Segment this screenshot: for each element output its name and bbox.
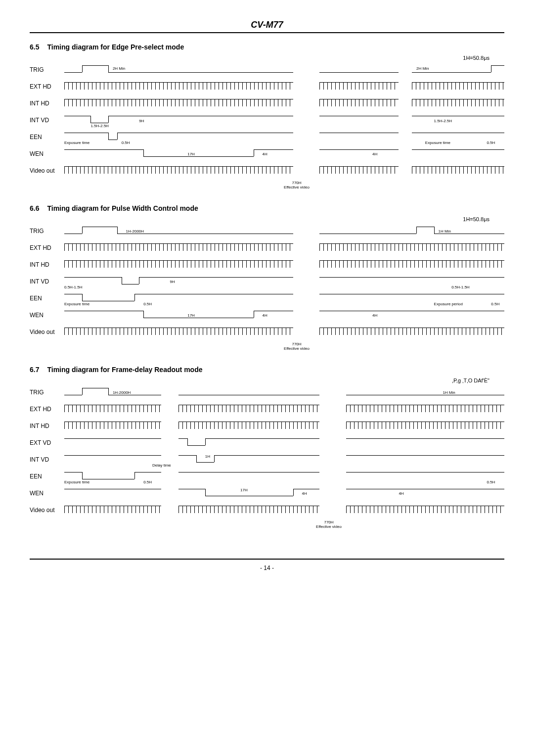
signal-row-een-66: EEN Exposure time 0.5H Exposure period 0… xyxy=(30,291,504,305)
page-number: - 14 - xyxy=(30,559,504,571)
anno-17h: 17H xyxy=(187,152,195,156)
anno-1hmin: 1H Min xyxy=(439,229,451,234)
anno-4h-r: 4H xyxy=(372,152,377,156)
signal-row-trig-66: TRIG 1H-2000H 1H Min xyxy=(30,224,504,238)
diagram-67: TRIG 1H-2000H 1H Min EXT HD xyxy=(30,385,504,529)
anno-exptime-67: Exposure time xyxy=(64,480,89,484)
signal-row-exthd: EXT HD xyxy=(30,80,504,94)
doc-title: CV-M77 xyxy=(30,20,504,33)
signal-label-extvd-67: EXT VD xyxy=(30,439,64,446)
anno-1h2000h: 1H-2000H xyxy=(126,229,144,234)
signal-row-intvd-66: INT VD 0.5H-1.5H 9H 0.5H-1.5H xyxy=(30,275,504,288)
signal-label-inthd-67: INT HD xyxy=(30,423,64,429)
signal-row-video: Video out xyxy=(30,164,504,178)
signal-label-wen-66: WEN xyxy=(30,312,64,319)
signal-row-exthd-67: EXT HD xyxy=(30,402,504,416)
signal-label-video-67: Video out xyxy=(30,507,64,514)
anno-1525h-r: 1.5H-2.5H xyxy=(434,119,452,123)
signal-row-wen-67: WEN 17H 4H 4H xyxy=(30,486,504,500)
anno-770h: 770H xyxy=(292,181,301,185)
anno-0515h-r: 0.5H-1.5H xyxy=(451,285,469,289)
signal-row-video-66: Video out xyxy=(30,325,504,339)
signal-row-inthd: INT HD xyxy=(30,96,504,110)
signal-row-extvd-67: EXT VD xyxy=(30,436,504,450)
anno-1h2000h-67: 1H-2000H xyxy=(113,390,131,395)
anno-effvideo-67: Effective video xyxy=(316,524,342,529)
anno-2hmin-r: 2H Min xyxy=(416,66,429,71)
signal-label-trig-66: TRIG xyxy=(30,228,64,235)
anno-770h-66: 770H xyxy=(292,342,301,346)
section-title-66: Timing diagram for Pulse Width Control m… xyxy=(47,204,198,212)
anno-effvideo-66: Effective video xyxy=(284,346,310,351)
anno-770h-67: 770H xyxy=(324,520,333,524)
anno-17h-66: 17H xyxy=(187,313,195,318)
anno-05h-67: 0.5H xyxy=(143,480,152,484)
signal-row-een-67: EEN Exposure time 0.5H 0.5H xyxy=(30,470,504,483)
signal-label-intvd-67: INT VD xyxy=(30,456,64,463)
signal-row-inthd-66: INT HD xyxy=(30,258,504,272)
section-6-7: 6.7 Timing diagram for Frame-delay Reado… xyxy=(30,366,504,529)
anno-expperiod: Exposure period xyxy=(434,302,463,306)
anno-effvideo: Effective video xyxy=(284,185,310,189)
anno-05h-r: 0.5H xyxy=(487,141,495,145)
signal-label-intvd: INT VD xyxy=(30,117,64,124)
anno-exptime-r: Exposure time xyxy=(425,141,450,145)
unit-label-65: 1H=50.8μs xyxy=(30,55,504,61)
anno-exptime-66: Exposure time xyxy=(64,302,89,306)
section-num-67: 6.7 xyxy=(30,366,39,374)
signal-row-video-67: Video out xyxy=(30,503,504,517)
signal-row-trig: TRIG 2H Min 2H Min xyxy=(30,63,504,77)
unit-label-67: ,P,g ‚T‚O DAf'È" xyxy=(30,378,504,383)
section-6-6: 6.6 Timing diagram for Pulse Width Contr… xyxy=(30,204,504,351)
signal-row-een: EEN Exposure time 0.5H Exposure time 0.5… xyxy=(30,130,504,144)
signal-row-inthd-67: INT HD xyxy=(30,419,504,433)
section-title-67: Timing diagram for Frame-delay Readout m… xyxy=(47,366,202,374)
anno-4h-66: 4H xyxy=(263,313,267,318)
anno-1hmin-67: 1H Min xyxy=(443,390,455,395)
signal-row-intvd: INT VD 1.5H-2.5H 9H 1.5H-2.5H xyxy=(30,113,504,127)
signal-label-wen: WEN xyxy=(30,150,64,157)
signal-label-exthd-67: EXT HD xyxy=(30,406,64,413)
anno-05h-67-r: 0.5H xyxy=(487,480,495,484)
section-num-66: 6.6 xyxy=(30,204,39,212)
anno-05h: 0.5H xyxy=(122,141,130,145)
signal-label-exthd-66: EXT HD xyxy=(30,244,64,251)
signal-label-wen-67: WEN xyxy=(30,490,64,497)
anno-05h-66-r: 0.5H xyxy=(491,302,499,306)
anno-05h-66: 0.5H xyxy=(143,302,152,306)
signal-label-inthd-66: INT HD xyxy=(30,261,64,268)
signal-label-intvd-66: INT VD xyxy=(30,278,64,285)
anno-0515h: 0.5H-1.5H xyxy=(64,285,82,289)
anno-4h-67-r: 4H xyxy=(399,491,403,496)
signal-label-exthd: EXT HD xyxy=(30,83,64,90)
signal-label-video-66: Video out xyxy=(30,329,64,335)
anno-4h: 4H xyxy=(263,152,267,156)
anno-delay: Delay time xyxy=(152,463,171,468)
anno-4h-66-r: 4H xyxy=(372,313,377,318)
section-num-65: 6.5 xyxy=(30,43,39,51)
signal-row-wen-66: WEN 17H 4H 4H xyxy=(30,308,504,322)
signal-label-een-66: EEN xyxy=(30,295,64,302)
signal-label-inthd: INT HD xyxy=(30,100,64,107)
section-6-5: 6.5 Timing diagram for Edge Pre-select m… xyxy=(30,43,504,189)
anno-1525h: 1.5H-2.5H xyxy=(90,124,108,128)
signal-row-exthd-66: EXT HD xyxy=(30,241,504,255)
signal-label-een-67: EEN xyxy=(30,473,64,480)
signal-label-trig: TRIG xyxy=(30,66,64,73)
anno-exptime: Exposure time xyxy=(64,141,89,145)
diagram-66: TRIG 1H-2000H 1H Min EXT HD xyxy=(30,224,504,351)
anno-17h-67: 17H xyxy=(240,488,248,492)
anno-9h-66: 9H xyxy=(170,280,175,284)
signal-label-trig-67: TRIG xyxy=(30,389,64,396)
signal-label-video: Video out xyxy=(30,167,64,174)
signal-label-een: EEN xyxy=(30,134,64,141)
diagram-65: TRIG 2H Min 2H Min EXT HD xyxy=(30,63,504,189)
anno-2hmin: 2H Min xyxy=(113,66,125,71)
signal-row-trig-67: TRIG 1H-2000H 1H Min xyxy=(30,385,504,399)
anno-1h-67: 1H xyxy=(205,454,210,459)
signal-row-wen: WEN 17H 4H 4H xyxy=(30,147,504,161)
anno-4h-67: 4H xyxy=(302,491,307,496)
unit-label-66: 1H=50.8μs xyxy=(30,216,504,222)
section-title-65: Timing diagram for Edge Pre-select mode xyxy=(47,43,184,51)
signal-row-intvd-67: INT VD 1H Delay time xyxy=(30,453,504,467)
